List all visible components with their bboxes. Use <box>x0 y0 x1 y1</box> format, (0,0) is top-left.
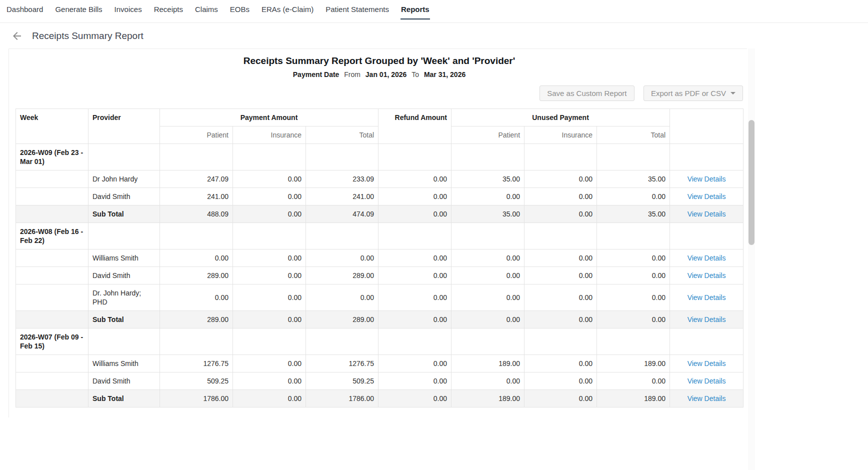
save-custom-report-button[interactable]: Save as Custom Report <box>540 86 634 101</box>
view-details-link[interactable]: View Details <box>688 254 726 262</box>
provider-name: Williams Smith <box>88 250 160 267</box>
amount-cell: 0.00 <box>160 250 233 267</box>
amount-cell: 509.25 <box>160 372 233 390</box>
view-details-cell: View Details <box>670 311 744 328</box>
amount-cell: 0.00 <box>378 250 452 267</box>
week-group-row: 2026-W07 (Feb 09 - Feb 15) <box>16 328 744 355</box>
amount-cell: 0.00 <box>378 311 452 328</box>
amount-cell: 1276.75 <box>306 355 378 372</box>
nav-item-reports[interactable]: Reports <box>400 0 430 20</box>
view-details-cell: View Details <box>670 390 744 408</box>
amount-cell: 0.00 <box>233 311 306 328</box>
provider-row: Williams Smith0.000.000.000.000.000.000.… <box>16 250 744 267</box>
amount-cell: 0.00 <box>233 170 306 188</box>
subtotal-label: Sub Total <box>88 311 160 328</box>
amount-cell: 0.00 <box>597 188 670 206</box>
page-header: Receipts Summary Report <box>0 23 868 48</box>
col-header-unused-total: Total <box>597 126 670 144</box>
empty-cell <box>452 144 524 170</box>
export-dropdown-button[interactable]: Export as PDF or CSV <box>644 86 743 101</box>
provider-name: David Smith <box>88 267 160 284</box>
amount-cell: 0.00 <box>452 188 524 206</box>
empty-cell <box>160 223 233 250</box>
view-details-cell: View Details <box>670 250 744 267</box>
amount-cell: 0.00 <box>524 250 597 267</box>
empty-cell <box>378 223 452 250</box>
header-row-groups: Week Provider Payment Amount Refund Amou… <box>16 109 744 126</box>
nav-item-eobs[interactable]: EOBs <box>230 0 250 20</box>
nav-item-dashboard[interactable]: Dashboard <box>6 0 44 20</box>
amount-cell: 0.00 <box>524 355 597 372</box>
amount-cell: 35.00 <box>597 170 670 188</box>
view-details-link[interactable]: View Details <box>688 360 726 368</box>
view-details-link[interactable]: View Details <box>688 377 726 385</box>
amount-cell: 0.00 <box>233 188 306 206</box>
col-header-payment-total: Total <box>306 126 378 144</box>
amount-cell: 0.00 <box>233 267 306 284</box>
report-date-filter: Payment Date From Jan 01, 2026 To Mar 31… <box>16 70 743 78</box>
amount-cell: 0.00 <box>452 372 524 390</box>
view-details-cell: View Details <box>670 170 744 188</box>
nav-item-patient-statements[interactable]: Patient Statements <box>325 0 390 20</box>
top-nav: DashboardGenerate BillsInvoicesReceiptsC… <box>0 0 868 23</box>
amount-cell: 0.00 <box>378 372 452 390</box>
subtotal-label: Sub Total <box>88 390 160 408</box>
week-label: 2026-W08 (Feb 16 - Feb 22) <box>16 223 88 250</box>
nav-item-receipts[interactable]: Receipts <box>154 0 184 20</box>
empty-cell <box>88 328 160 355</box>
amount-cell: 189.00 <box>597 355 670 372</box>
nav-item-eras-e-claim[interactable]: ERAs (e-Claim) <box>261 0 314 20</box>
amount-cell: 0.00 <box>378 188 452 206</box>
nav-item-generate-bills[interactable]: Generate Bills <box>54 0 102 20</box>
view-details-link[interactable]: View Details <box>688 210 726 218</box>
subtotal-row: Sub Total488.090.00474.090.0035.000.0035… <box>16 206 744 223</box>
amount-cell: 0.00 <box>597 284 670 311</box>
amount-cell: 474.09 <box>306 206 378 223</box>
col-header-unused-payment: Unused Payment <box>452 109 670 126</box>
empty-cell <box>233 144 306 170</box>
col-header-unused-insurance: Insurance <box>524 126 597 144</box>
provider-name: Williams Smith <box>88 355 160 372</box>
amount-cell: 0.00 <box>306 250 378 267</box>
amount-cell: 1786.00 <box>306 390 378 408</box>
amount-cell: 0.00 <box>452 311 524 328</box>
amount-cell: 189.00 <box>452 355 524 372</box>
view-details-cell: View Details <box>670 355 744 372</box>
nav-item-claims[interactable]: Claims <box>194 0 218 20</box>
report-actions: Save as Custom Report Export as PDF or C… <box>16 86 743 101</box>
provider-name: David Smith <box>88 188 160 206</box>
empty-week-cell <box>16 284 88 311</box>
amount-cell: 0.00 <box>378 284 452 311</box>
empty-cell <box>378 144 452 170</box>
view-details-link[interactable]: View Details <box>688 175 726 183</box>
amount-cell: 0.00 <box>378 390 452 408</box>
scrollbar-thumb[interactable] <box>748 120 754 245</box>
nav-item-invoices[interactable]: Invoices <box>114 0 142 20</box>
empty-cell <box>597 144 670 170</box>
amount-cell: 0.00 <box>160 284 233 311</box>
col-header-payment-insurance: Insurance <box>233 126 306 144</box>
amount-cell: 0.00 <box>524 284 597 311</box>
view-details-link[interactable]: View Details <box>688 316 726 324</box>
amount-cell: 0.00 <box>378 206 452 223</box>
col-header-provider: Provider <box>88 109 160 144</box>
report-head: Receipts Summary Report Grouped by 'Week… <box>16 56 743 78</box>
amount-cell: 289.00 <box>306 267 378 284</box>
amount-cell: 0.00 <box>524 390 597 408</box>
empty-week-cell <box>16 170 88 188</box>
empty-cell <box>597 328 670 355</box>
view-details-link[interactable]: View Details <box>688 394 726 402</box>
vertical-scrollbar[interactable] <box>748 48 755 470</box>
back-button[interactable] <box>9 28 25 44</box>
col-header-unused-patient: Patient <box>452 126 524 144</box>
amount-cell: 289.00 <box>160 311 233 328</box>
from-date-value: Jan 01, 2026 <box>366 70 407 78</box>
view-details-link[interactable]: View Details <box>688 294 726 302</box>
amount-cell: 0.00 <box>233 284 306 311</box>
provider-name: Dr. John Hardy; PHD <box>88 284 160 311</box>
week-group-row: 2026-W09 (Feb 23 - Mar 01) <box>16 144 744 170</box>
amount-cell: 0.00 <box>524 206 597 223</box>
provider-row: Dr. John Hardy; PHD0.000.000.000.000.000… <box>16 284 744 311</box>
view-details-link[interactable]: View Details <box>688 272 726 280</box>
view-details-link[interactable]: View Details <box>688 192 726 200</box>
